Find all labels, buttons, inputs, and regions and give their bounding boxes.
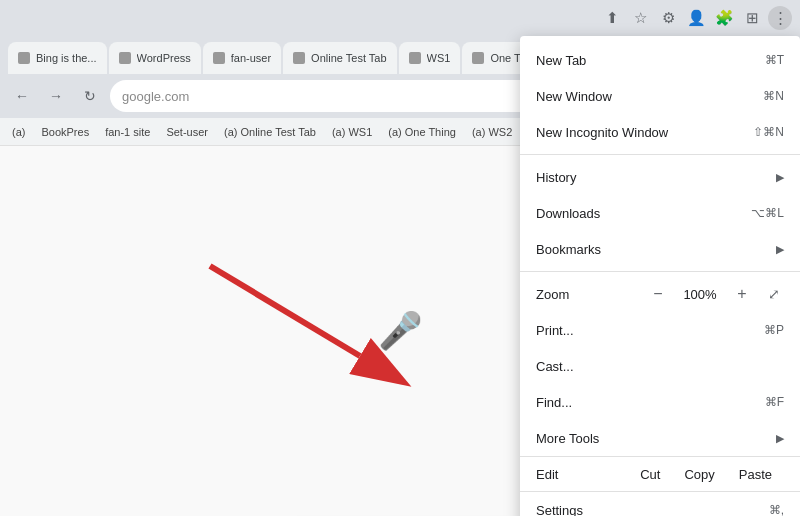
menu-more-tools-label: More Tools [536,431,768,446]
tab-label-2: WordPress [137,52,191,64]
menu-incognito[interactable]: New Incognito Window ⇧⌘N [520,114,800,150]
tab-label-1: Bing is the... [36,52,97,64]
zoom-label: Zoom [536,287,646,302]
profile-icon[interactable]: 👤 [684,6,708,30]
menu-icon[interactable]: ⋮ [768,6,792,30]
copy-button[interactable]: Copy [672,463,726,486]
zoom-minus-button[interactable]: − [646,282,670,306]
tab-favicon-1 [18,52,30,64]
bookmark-8[interactable]: (a) WS2 [468,126,516,138]
browser-topbar: ⬆ ☆ ⚙ 👤 🧩 ⊞ ⋮ [0,0,800,36]
menu-find-shortcut: ⌘F [765,395,784,409]
microphone-icon: 🎤 [378,310,423,352]
chrome-menu: New Tab ⌘T New Window ⌘N New Incognito W… [520,36,800,516]
bookmark-5[interactable]: (a) Online Test Tab [220,126,320,138]
tab-3[interactable]: fan-user [203,42,281,74]
menu-find-label: Find... [536,395,765,410]
menu-new-window[interactable]: New Window ⌘N [520,78,800,114]
menu-cast-label: Cast... [536,359,784,374]
tab-5[interactable]: WS1 [399,42,461,74]
puzzle-icon[interactable]: 🧩 [712,6,736,30]
menu-history-label: History [536,170,768,185]
zoom-row: Zoom − 100% + ⤢ [520,276,800,312]
menu-more-tools[interactable]: More Tools ▶ [520,420,800,456]
extensions-icon[interactable]: ⚙ [656,6,680,30]
menu-bookmarks-label: Bookmarks [536,242,768,257]
menu-print[interactable]: Print... ⌘P [520,312,800,348]
share-icon[interactable]: ⬆ [600,6,624,30]
reload-button[interactable]: ↻ [76,82,104,110]
tab-favicon-4 [293,52,305,64]
bookmark-1[interactable]: (a) [8,126,29,138]
tab-favicon-2 [119,52,131,64]
grid-icon[interactable]: ⊞ [740,6,764,30]
menu-new-window-label: New Window [536,89,763,104]
tab-favicon-6 [472,52,484,64]
menu-find[interactable]: Find... ⌘F [520,384,800,420]
cut-button[interactable]: Cut [628,463,672,486]
divider-1 [520,154,800,155]
back-button[interactable]: ← [8,82,36,110]
tab-label-3: fan-user [231,52,271,64]
browser-frame: ⬆ ☆ ⚙ 👤 🧩 ⊞ ⋮ Bing is the... WordPress f… [0,0,800,516]
tab-1[interactable]: Bing is the... [8,42,107,74]
menu-new-tab[interactable]: New Tab ⌘T [520,42,800,78]
bookmark-4[interactable]: Set-user [162,126,212,138]
menu-incognito-shortcut: ⇧⌘N [753,125,784,139]
bookmark-3[interactable]: fan-1 site [101,126,154,138]
menu-print-label: Print... [536,323,764,338]
menu-settings[interactable]: Settings ⌘, [520,492,800,516]
menu-more-tools-arrow: ▶ [776,432,784,445]
paste-button[interactable]: Paste [727,463,784,486]
svg-line-1 [210,266,360,356]
menu-new-tab-shortcut: ⌘T [765,53,784,67]
menu-print-shortcut: ⌘P [764,323,784,337]
menu-history-arrow: ▶ [776,171,784,184]
tab-favicon-3 [213,52,225,64]
tab-favicon-5 [409,52,421,64]
edit-row: Edit Cut Copy Paste [520,456,800,492]
menu-bookmarks-arrow: ▶ [776,243,784,256]
forward-button[interactable]: → [42,82,70,110]
bookmark-7[interactable]: (a) One Thing [384,126,460,138]
tab-label-5: WS1 [427,52,451,64]
zoom-fullscreen-button[interactable]: ⤢ [764,284,784,304]
menu-history[interactable]: History ▶ [520,159,800,195]
menu-settings-label: Settings [536,503,769,517]
menu-bookmarks[interactable]: Bookmarks ▶ [520,231,800,267]
bookmark-icon[interactable]: ☆ [628,6,652,30]
address-text: google.com [122,89,189,104]
bookmark-2[interactable]: BookPres [37,126,93,138]
menu-downloads-label: Downloads [536,206,751,221]
menu-downloads-shortcut: ⌥⌘L [751,206,784,220]
menu-new-tab-label: New Tab [536,53,765,68]
zoom-plus-button[interactable]: + [730,282,754,306]
zoom-controls: − 100% + ⤢ [646,282,784,306]
menu-incognito-label: New Incognito Window [536,125,753,140]
zoom-value: 100% [680,287,720,302]
edit-label: Edit [536,467,628,482]
menu-settings-shortcut: ⌘, [769,503,784,516]
menu-new-window-shortcut: ⌘N [763,89,784,103]
bookmark-6[interactable]: (a) WS1 [328,126,376,138]
tab-4[interactable]: Online Test Tab [283,42,396,74]
menu-downloads[interactable]: Downloads ⌥⌘L [520,195,800,231]
menu-cast[interactable]: Cast... [520,348,800,384]
tab-2[interactable]: WordPress [109,42,201,74]
tab-label-4: Online Test Tab [311,52,386,64]
divider-2 [520,271,800,272]
